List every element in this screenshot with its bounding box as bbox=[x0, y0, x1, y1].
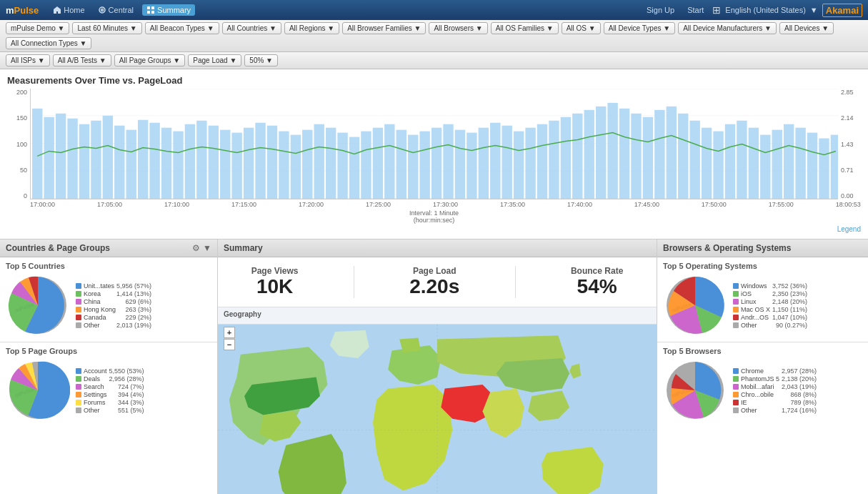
svg-rect-48 bbox=[467, 133, 477, 199]
svg-rect-68 bbox=[702, 128, 712, 199]
svg-rect-63 bbox=[643, 117, 653, 199]
filter-device-manufacturers[interactable]: All Device Manufacturers ▼ bbox=[678, 22, 777, 34]
filter-os[interactable]: All OS ▼ bbox=[562, 22, 601, 34]
legend-item-other-pg: Other 551 (5%) bbox=[76, 407, 144, 414]
svg-rect-2 bbox=[147, 6, 150, 9]
nav-home[interactable]: Home bbox=[49, 4, 89, 16]
top5-browsers-section: Top 5 Browsers mPulse bbox=[657, 342, 868, 494]
start-btn[interactable]: Start bbox=[683, 4, 708, 16]
svg-rect-55 bbox=[549, 121, 559, 199]
svg-rect-39 bbox=[361, 132, 371, 199]
akamai-logo: Akamai bbox=[822, 4, 862, 17]
svg-rect-74 bbox=[772, 130, 782, 199]
legend-item-ie: IE 789 (8%) bbox=[733, 399, 817, 406]
chart-y-axis-right: 2.85 2.14 1.43 0.71 0.00 bbox=[838, 89, 861, 199]
browsers-os-panel: Browsers & Operating Systems Top 5 Opera… bbox=[657, 239, 868, 494]
filter-countries[interactable]: All Countries ▼ bbox=[222, 22, 281, 34]
filter-50pct[interactable]: 50% ▼ bbox=[244, 54, 278, 66]
chart-interval: Interval: 1 Minute (hour:min:sec) bbox=[7, 209, 861, 224]
svg-rect-20 bbox=[138, 120, 148, 199]
geo-title: Geography bbox=[218, 307, 657, 321]
chart-title: Measurements Over Time vs. PageLoad bbox=[7, 75, 861, 86]
svg-rect-58 bbox=[584, 110, 594, 199]
signup-btn[interactable]: Sign Up bbox=[642, 4, 679, 16]
svg-rect-60 bbox=[607, 103, 617, 199]
filter-device-types[interactable]: All Device Types ▼ bbox=[604, 22, 675, 34]
svg-rect-41 bbox=[384, 124, 394, 199]
os-pie-container: mPulse Windows 3,752 (36%) iOS 2,350 (23… bbox=[663, 273, 862, 337]
legend-item-china: China 629 (6%) bbox=[76, 298, 151, 305]
top5-os-title: Top 5 Operating Systems bbox=[663, 262, 862, 270]
filter-devices[interactable]: All Devices ▼ bbox=[779, 22, 834, 34]
svg-rect-65 bbox=[667, 107, 677, 199]
filter-last-60[interactable]: Last 60 Minutes ▼ bbox=[72, 22, 141, 34]
settings-icon[interactable]: ⚙ bbox=[192, 243, 200, 253]
svg-rect-12 bbox=[44, 117, 54, 199]
svg-rect-35 bbox=[314, 124, 324, 199]
chevron-down-icon[interactable]: ▼ bbox=[203, 243, 211, 253]
pagegroups-pie-container: mPulse Account 5,550 (53%) Deals 2,956 (… bbox=[6, 358, 211, 423]
world-map-svg bbox=[218, 321, 657, 494]
svg-rect-37 bbox=[337, 133, 347, 199]
svg-rect-5 bbox=[151, 11, 154, 14]
y-left-label-0: 0 bbox=[7, 192, 27, 199]
svg-rect-32 bbox=[279, 132, 289, 199]
filter-bar-row2: All ISPs ▼ All A/B Tests ▼ All Page Grou… bbox=[0, 52, 868, 69]
filter-os-families[interactable]: All OS Families ▼ bbox=[491, 22, 559, 34]
zoom-in-button[interactable]: + bbox=[224, 327, 235, 338]
countries-pie-container: mPulse Unit...tates 5,956 (57%) Korea 1,… bbox=[6, 273, 211, 337]
legend-item-other-browsers: Other 1,724 (16%) bbox=[733, 407, 817, 414]
svg-rect-45 bbox=[431, 128, 442, 199]
svg-rect-70 bbox=[725, 124, 735, 199]
pagegroups-legend: Account 5,550 (53%) Deals 2,956 (28%) Se… bbox=[76, 367, 144, 414]
filter-mpulse-demo[interactable]: mPulse Demo ▼ bbox=[6, 22, 69, 34]
filter-regions[interactable]: All Regions ▼ bbox=[284, 22, 339, 34]
svg-rect-62 bbox=[631, 114, 641, 199]
world-map: + − bbox=[218, 321, 657, 494]
legend-item-mobile-safari: Mobil...afari 2,043 (19%) bbox=[733, 383, 817, 390]
svg-rect-53 bbox=[525, 128, 535, 199]
language-selector[interactable]: English (United States) bbox=[725, 6, 806, 14]
filter-browser-families[interactable]: All Browser Families ▼ bbox=[342, 22, 426, 34]
svg-rect-3 bbox=[151, 6, 154, 9]
stat-page-load: Page Load 2.20s bbox=[409, 266, 459, 298]
mpulse-logo: mPulse bbox=[6, 5, 39, 16]
svg-rect-64 bbox=[654, 110, 664, 199]
nav-summary[interactable]: Summary bbox=[142, 4, 195, 16]
filter-bar-row1: mPulse Demo ▼ Last 60 Minutes ▼ All Beac… bbox=[0, 20, 868, 52]
browsers-panel-title: Browsers & Operating Systems bbox=[663, 243, 791, 253]
svg-rect-36 bbox=[326, 128, 336, 199]
svg-rect-13 bbox=[56, 114, 66, 199]
filter-page-groups[interactable]: All Page Groups ▼ bbox=[114, 54, 186, 66]
legend-item-korea: Korea 1,414 (13%) bbox=[76, 290, 151, 297]
filter-browsers[interactable]: All Browsers ▼ bbox=[429, 22, 487, 34]
svg-rect-71 bbox=[737, 121, 747, 199]
filter-page-load[interactable]: Page Load ▼ bbox=[188, 54, 241, 66]
legend-item-chrome: Chrome 2,957 (28%) bbox=[733, 367, 817, 375]
svg-rect-57 bbox=[572, 114, 582, 199]
legend-item-ios: iOS 2,350 (23%) bbox=[733, 290, 807, 297]
summary-stats: Page Views 10K Page Load 2.20s Bounce Ra… bbox=[218, 257, 657, 307]
svg-rect-43 bbox=[408, 135, 418, 199]
chart-legend[interactable]: Legend bbox=[7, 225, 861, 233]
zoom-out-button[interactable]: − bbox=[224, 339, 235, 350]
filter-ab-tests[interactable]: All A/B Tests ▼ bbox=[53, 54, 111, 66]
filter-connection-types[interactable]: All Connection Types ▼ bbox=[6, 37, 91, 49]
browsers-panel-header: Browsers & Operating Systems bbox=[657, 239, 868, 257]
svg-rect-21 bbox=[149, 123, 159, 199]
svg-rect-73 bbox=[760, 135, 770, 199]
svg-rect-24 bbox=[185, 124, 195, 199]
top5-countries-section: Top 5 Countries bbox=[0, 257, 217, 342]
nav-central[interactable]: Central bbox=[94, 4, 138, 16]
filter-isps[interactable]: All ISPs ▼ bbox=[6, 54, 50, 66]
chart-container: 200 150 100 50 0 bbox=[7, 89, 861, 199]
svg-rect-40 bbox=[373, 128, 383, 199]
pagegroups-pie-chart: mPulse bbox=[6, 358, 70, 423]
top5-pagegroups-title: Top 5 Page Groups bbox=[6, 347, 211, 355]
svg-rect-46 bbox=[443, 124, 453, 199]
legend-item-us: Unit...tates 5,956 (57%) bbox=[76, 282, 151, 290]
svg-rect-78 bbox=[819, 139, 829, 199]
legend-item-linux: Linux 2,148 (20%) bbox=[733, 298, 807, 305]
svg-rect-27 bbox=[220, 130, 230, 199]
filter-beacon-types[interactable]: All Beacon Types ▼ bbox=[145, 22, 219, 34]
